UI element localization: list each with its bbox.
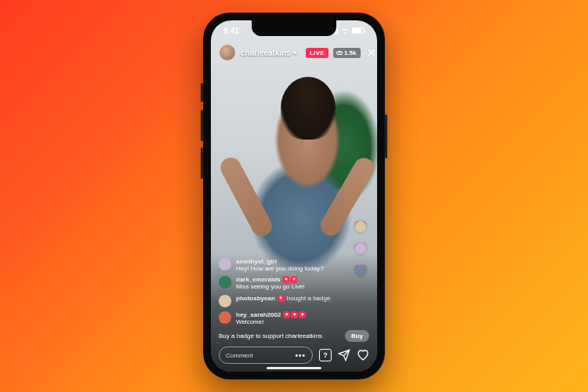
chevron-down-icon: ▾ [293, 49, 296, 56]
reaction-heart [354, 220, 368, 234]
comment-input[interactable]: Comment ••• [219, 347, 313, 364]
live-footer: amethyst_girlHey! How are you doing toda… [211, 253, 377, 372]
like-button[interactable] [357, 349, 369, 361]
phone-screen: 9:41 charleeatkins ▾ LIVE 1.5k [211, 20, 377, 372]
commenter-avatar [219, 295, 231, 307]
cta-text: Buy a badge to support charleeatkins [219, 332, 340, 339]
supporter-badges: ♥ [278, 295, 285, 302]
streamer-avatar[interactable] [219, 44, 236, 61]
home-indicator[interactable] [267, 367, 321, 369]
notch [252, 20, 336, 36]
battery-icon [352, 27, 365, 34]
badge-cta: Buy a badge to support charleeatkins Buy [219, 330, 369, 342]
action-row: Comment ••• ? [219, 347, 369, 364]
close-button[interactable]: ✕ [365, 47, 378, 58]
comment-list[interactable]: amethyst_girlHey! How are you doing toda… [219, 258, 369, 325]
live-badge: LIVE [306, 48, 328, 58]
commenter-avatar [219, 258, 231, 270]
comment-item[interactable]: amethyst_girlHey! How are you doing toda… [219, 258, 369, 272]
commenter-avatar [219, 311, 231, 324]
supporter-badges: ♥♥♥ [283, 311, 306, 318]
more-options-icon[interactable]: ••• [295, 351, 306, 360]
wifi-icon [340, 27, 350, 34]
comment-text: Hey! How are you doing today? [236, 265, 324, 272]
comment-item[interactable]: photosbyean♥ bought a badge [219, 295, 369, 307]
comment-placeholder: Comment [226, 352, 253, 359]
buy-badge-button[interactable]: Buy [345, 330, 369, 342]
comment-text: Welcome! [236, 318, 306, 325]
streamer-username[interactable]: charleeatkins ▾ [241, 49, 296, 57]
phone-frame: 9:41 charleeatkins ▾ LIVE 1.5k [203, 13, 385, 379]
commenter-username: hey_sarah2002 [236, 311, 281, 318]
commenter-username: dark_emeralds [236, 276, 280, 283]
viewer-count[interactable]: 1.5k [333, 48, 361, 58]
commenter-username: photosbyean [236, 295, 275, 302]
commenter-avatar [219, 276, 231, 289]
supporter-badges: ♥♥ [282, 276, 297, 283]
comment-text: Miss seeing you go Live! [236, 283, 305, 290]
eye-icon [336, 51, 343, 55]
share-icon[interactable] [338, 349, 350, 361]
status-time: 9:41 [223, 27, 239, 35]
comment-item[interactable]: dark_emeralds♥♥Miss seeing you go Live! [219, 276, 369, 290]
commenter-username: amethyst_girl [236, 258, 277, 265]
questions-icon[interactable]: ? [319, 349, 332, 361]
live-header: charleeatkins ▾ LIVE 1.5k ✕ [211, 44, 377, 61]
comment-item[interactable]: hey_sarah2002♥♥♥Welcome! [219, 311, 369, 325]
